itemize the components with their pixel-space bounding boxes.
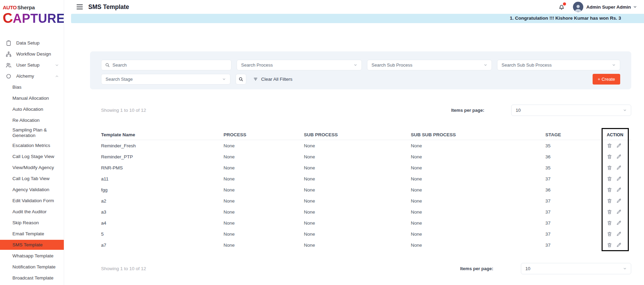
edit-button[interactable] <box>616 231 622 237</box>
edit-button[interactable] <box>616 176 622 181</box>
sidebar-subitem[interactable]: Sampling Plan & Generation <box>0 126 64 139</box>
sidebar-subitem[interactable]: Re Allocation <box>0 115 64 125</box>
sub-process-cell: None <box>304 165 411 170</box>
edit-button[interactable] <box>616 209 622 215</box>
sidebar-subitem-label: Call Log Stage View <box>12 154 54 159</box>
table-row: a2 None None None 37 <box>101 195 631 206</box>
sidebar-subitem[interactable]: Auto Allocation <box>0 104 64 114</box>
edit-button[interactable] <box>616 165 622 170</box>
edit-button[interactable] <box>616 187 622 193</box>
sub-sub-process-cell: None <box>411 143 545 148</box>
process-cell: None <box>224 165 304 170</box>
sidebar-subitem-label: Edit Validation Form <box>12 198 54 204</box>
sidebar-subitem[interactable]: SMS Template <box>0 240 64 250</box>
search-input[interactable] <box>112 62 228 68</box>
sidebar-item-alchemy[interactable]: Alchemy <box>0 71 64 81</box>
chevron-down-icon <box>55 63 59 67</box>
pencil-icon <box>616 176 622 181</box>
chevron-down-icon[interactable] <box>633 5 637 9</box>
search-box <box>101 60 231 70</box>
stage-cell: 37 <box>545 232 607 237</box>
page-title: SMS Template <box>88 3 129 11</box>
sidebar-subitem[interactable]: Agency Validation <box>0 185 64 195</box>
sub-process-cell: None <box>304 187 411 193</box>
delete-button[interactable] <box>607 242 612 248</box>
app-root: AUTOSherpa CAPTURE Data Setup Workflow D… <box>0 0 644 285</box>
items-per-page-select[interactable]: 10 <box>521 263 631 274</box>
template-name-cell: 5 <box>101 232 224 237</box>
chevron-down-icon <box>623 108 627 112</box>
trash-icon <box>607 209 612 215</box>
sidebar-item-workflow-design[interactable]: Workflow Design <box>0 49 64 59</box>
sidebar-subitem[interactable]: Notification Template <box>0 262 64 272</box>
edit-button[interactable] <box>616 220 622 226</box>
delete-button[interactable] <box>607 231 612 237</box>
search-stage-select[interactable]: Search Stage <box>101 74 230 85</box>
header-right: Admin Super Admin <box>558 2 637 12</box>
process-cell: None <box>224 154 304 159</box>
sub-sub-process-cell: None <box>411 243 545 248</box>
pencil-icon <box>616 187 622 193</box>
delete-button[interactable] <box>607 187 612 193</box>
table-row: a4 None None None 37 <box>101 217 631 228</box>
trash-icon <box>607 187 612 193</box>
sidebar-subitem[interactable]: Call Log Tab View <box>0 174 64 184</box>
sidebar-subitem[interactable]: Email Template <box>0 229 64 239</box>
delete-button[interactable] <box>607 176 612 181</box>
sidebar-subitem[interactable]: Bias <box>0 82 64 92</box>
sidebar-subitem[interactable]: Escalation Metrics <box>0 140 64 150</box>
sidebar-item-data-setup[interactable]: Data Setup <box>0 38 64 48</box>
showing-count: Showing 1 to 10 of 12 <box>101 108 146 113</box>
process-cell: None <box>224 220 304 226</box>
delete-button[interactable] <box>607 209 612 215</box>
pencil-icon <box>616 242 622 248</box>
process-cell: None <box>224 187 304 193</box>
sidebar-subitem[interactable]: Audit the Auditor <box>0 207 64 217</box>
sidebar-subitem-label: View/Modify Agency <box>12 165 54 170</box>
sidebar-item-user-setup[interactable]: User Setup <box>0 60 64 70</box>
edit-button[interactable] <box>616 154 622 159</box>
sub-process-cell: None <box>304 243 411 248</box>
sidebar-subitem[interactable]: Skip Reason <box>0 218 64 228</box>
search-button[interactable] <box>236 74 246 85</box>
items-per-page-select[interactable]: 10 <box>511 105 631 116</box>
search-sub-sub-process-select[interactable]: Search Sub Sub Process <box>497 60 620 70</box>
sidebar-subitem[interactable]: Broadcast Template <box>0 273 64 283</box>
sidebar-subitem-label: Sampling Plan & Generation <box>12 127 61 138</box>
stage-cell: 37 <box>545 220 607 226</box>
sidebar-subitem[interactable]: Manual Allocation <box>0 93 64 103</box>
delete-button[interactable] <box>607 143 612 148</box>
edit-button[interactable] <box>616 242 622 248</box>
stage-cell: 36 <box>545 154 607 159</box>
edit-button[interactable] <box>616 198 622 204</box>
sidebar-subitem[interactable]: Call Log Stage View <box>0 151 64 161</box>
delete-button[interactable] <box>607 154 612 159</box>
notification-bell-icon[interactable] <box>558 3 565 11</box>
stage-cell: 35 <box>545 143 607 148</box>
sidebar-subitem[interactable]: View/Modify Agency <box>0 163 64 173</box>
avatar[interactable] <box>573 2 583 12</box>
action-cell <box>607 209 631 215</box>
hamburger-menu-icon[interactable] <box>77 4 83 9</box>
search-sub-process-select[interactable]: Search Sub Process <box>367 60 492 70</box>
sidebar-subitem-label: Whatsapp Template <box>12 253 53 259</box>
sidebar-subitem[interactable]: Edit Validation Form <box>0 196 64 206</box>
showing-count: Showing 1 to 10 of 12 <box>101 266 146 271</box>
clear-all-filters-button[interactable]: Clear All Filters <box>253 77 293 82</box>
brand-logo: AUTOSherpa CAPTURE <box>0 0 64 30</box>
search-process-select[interactable]: Search Process <box>237 60 362 70</box>
edit-button[interactable] <box>616 143 622 148</box>
sidebar-item-label: User Setup <box>16 62 40 68</box>
sub-process-cell: None <box>304 154 411 159</box>
template-name-cell: fgg <box>101 187 224 193</box>
action-cell <box>607 187 631 193</box>
create-button[interactable]: + Create <box>593 74 620 85</box>
template-name-cell: a4 <box>101 220 224 226</box>
sidebar-subitem[interactable]: Whatsapp Template <box>0 251 64 261</box>
stage-cell: 37 <box>545 209 607 215</box>
delete-button[interactable] <box>607 165 612 170</box>
stage-cell: 37 <box>545 176 607 181</box>
delete-button[interactable] <box>607 220 612 226</box>
delete-button[interactable] <box>607 198 612 204</box>
filter-row-1: Search Process Search Sub Process Search… <box>101 60 620 70</box>
